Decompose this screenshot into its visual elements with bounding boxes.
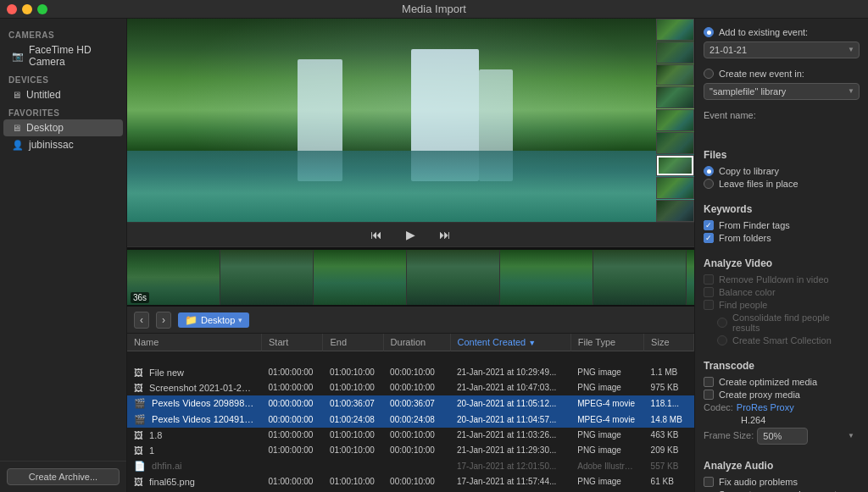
maximize-button[interactable] — [37, 4, 47, 14]
film-h-item[interactable] — [500, 250, 593, 305]
col-end[interactable]: End — [323, 334, 383, 351]
copy-radio[interactable] — [704, 166, 714, 176]
sidebar-device-label: Untitled — [26, 89, 61, 101]
event-name-section: Event name: — [704, 110, 860, 124]
col-duration[interactable]: Duration — [383, 334, 450, 351]
sidebar-item-camera[interactable]: 📷 FaceTime HD Camera — [3, 41, 123, 70]
existing-event-dropdown[interactable]: 21-01-21 — [704, 41, 860, 58]
file-size: 557 KB — [644, 458, 694, 474]
create-new-section: Create new event in: "samplefile" librar… — [704, 69, 860, 100]
back-button[interactable]: ‹ — [134, 312, 149, 329]
minimize-button[interactable] — [22, 4, 32, 14]
optimized-media-checkbox[interactable] — [704, 377, 714, 387]
file-created: 17-Jan-2021 at 12:01:50... — [450, 458, 570, 474]
film-h-item[interactable] — [593, 250, 687, 305]
file-end: 01:00:10:00 — [323, 365, 383, 380]
forward-button[interactable]: › — [156, 312, 171, 329]
user-icon: 👤 — [12, 140, 24, 151]
file-start: 01:00:00:00 — [262, 489, 323, 493]
file-name: dhfin.ai — [152, 461, 181, 471]
create-archive-button[interactable]: Create Archive... — [7, 468, 120, 485]
film-h-item[interactable] — [314, 250, 407, 305]
consolidate-radio[interactable] — [717, 318, 727, 328]
file-type: Adobe Illustrato... — [570, 458, 643, 474]
find-people-label: Find people — [719, 300, 768, 310]
library-dropdown[interactable]: "samplefile" library — [704, 83, 860, 100]
file-name: Pexels Videos 2098989... — [152, 398, 258, 408]
file-table-container[interactable]: Name Start End Duration Content Created▼… — [127, 334, 694, 492]
table-row[interactable]: 🖼 nwew.png 01:00:00:00 01:00:10:00 00:00… — [127, 489, 694, 493]
keywords-section: Keywords From Finder tags From folders — [704, 202, 860, 246]
balance-color-row: Balance color — [704, 287, 860, 297]
filmstrip-v-item — [656, 86, 694, 108]
leave-radio[interactable] — [704, 179, 714, 189]
col-file-type[interactable]: File Type — [570, 334, 643, 351]
sidebar-item-desktop[interactable]: 🖥 Desktop — [3, 119, 123, 136]
titlebar: Media Import — [0, 0, 868, 19]
file-duration — [383, 458, 450, 474]
folder-name-label: Desktop — [201, 315, 235, 325]
table-header-row: Name Start End Duration Content Created▼… — [127, 334, 694, 351]
file-created: 20-Jan-2021 at 11:04:57... — [450, 412, 570, 428]
from-finder-checkbox[interactable] — [704, 220, 714, 230]
favorites-section-label: FAVORITES — [0, 103, 126, 119]
remove-pulldown-checkbox[interactable] — [704, 274, 714, 285]
codec-label: Codec: — [704, 402, 733, 412]
col-name[interactable]: Name — [127, 334, 262, 351]
table-row[interactable]: 🖼 final65.png 01:00:00:00 01:00:10:00 00… — [127, 474, 694, 489]
analyze-audio-title: Analyze Audio — [704, 460, 860, 472]
file-duration: 00:00:10:00 — [383, 428, 450, 443]
table-row[interactable]: 🎬 Pexels Videos 1204911... 00:00:00:00 0… — [127, 412, 694, 428]
sidebar-desktop-label: Desktop — [26, 122, 64, 134]
file-end: 01:00:24:08 — [323, 412, 383, 428]
file-created: 04-Jan-2021 at 7:59:11 PM — [450, 489, 570, 493]
file-start: 00:00:00:00 — [262, 395, 323, 412]
find-people-suboptions: Consolidate find people results Create S… — [704, 312, 860, 346]
file-name: final65.png — [149, 477, 195, 487]
sidebar-item-untitled[interactable]: 🖥 Untitled — [3, 86, 123, 103]
consolidate-label: Consolidate find people results — [732, 312, 860, 333]
file-type-icon: 🎬 — [134, 414, 146, 424]
from-finder-label: From Finder tags — [719, 220, 790, 230]
fix-audio-label: Fix audio problems — [719, 477, 798, 487]
file-created: 21-Jan-2021 at 11:03:26... — [450, 428, 570, 443]
col-size[interactable]: Size — [644, 334, 694, 351]
proxy-media-checkbox[interactable] — [704, 390, 714, 400]
film-h-item[interactable] — [687, 250, 694, 305]
smart-collection-radio[interactable] — [717, 335, 727, 346]
table-row[interactable]: 🎬 Pexels Videos 2098989... 00:00:00:00 0… — [127, 395, 694, 412]
rewind-button[interactable]: ⏮ — [367, 226, 386, 243]
remove-pulldown-label: Remove Pulldown in video — [719, 274, 829, 285]
leave-files-label: Leave files in place — [719, 179, 798, 189]
play-button[interactable]: ▶ — [403, 226, 419, 243]
add-existing-radio[interactable] — [704, 27, 714, 37]
table-row[interactable]: 🖼 1 01:00:00:00 01:00:10:00 00:00:10:00 … — [127, 443, 694, 458]
file-duration: 00:00:10:00 — [383, 443, 450, 458]
film-h-item[interactable]: 36s — [127, 250, 220, 305]
fix-audio-checkbox[interactable] — [704, 477, 714, 487]
codec-alt-row: H.264 — [704, 414, 860, 426]
find-people-checkbox[interactable] — [704, 300, 714, 310]
file-start: 01:00:00:00 — [262, 380, 323, 395]
film-h-item[interactable] — [407, 250, 500, 305]
film-h-item[interactable] — [220, 250, 314, 305]
proxy-media-label: Create proxy media — [719, 390, 800, 400]
table-row[interactable]: 📄 dhfin.ai 17-Jan-2021 at 12:01:50... Ad… — [127, 458, 694, 474]
table-row[interactable]: 🖼 1.8 01:00:00:00 01:00:10:00 00:00:10:0… — [127, 428, 694, 443]
from-finder-row: From Finder tags — [704, 220, 860, 230]
file-type: PNG image — [570, 443, 643, 458]
file-size: 209 KB — [644, 443, 694, 458]
col-content-created[interactable]: Content Created▼ — [450, 334, 570, 351]
balance-color-checkbox[interactable] — [704, 287, 714, 297]
file-type: PNG image — [570, 474, 643, 489]
col-start[interactable]: Start — [262, 334, 323, 351]
table-row[interactable]: 🖼 Screenshot 2021-01-21-... 01:00:00:00 … — [127, 380, 694, 395]
create-new-radio[interactable] — [704, 69, 714, 79]
fast-forward-button[interactable]: ⏭ — [436, 226, 454, 243]
close-button[interactable] — [7, 4, 17, 14]
table-row[interactable]: 🖼 File new 01:00:00:00 01:00:10:00 00:00… — [127, 365, 694, 380]
from-folders-checkbox[interactable] — [704, 233, 714, 243]
sidebar: CAMERAS 📷 FaceTime HD Camera DEVICES 🖥 U… — [0, 19, 127, 492]
sidebar-item-user[interactable]: 👤 jubinissac — [3, 136, 123, 153]
frame-size-dropdown[interactable]: 50% — [757, 428, 808, 445]
